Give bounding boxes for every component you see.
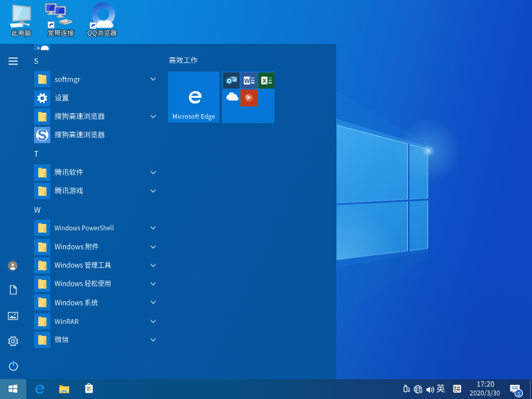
svg-text:1: 1: [517, 390, 520, 396]
svg-text:W: W: [244, 77, 250, 84]
svg-text:P: P: [247, 95, 251, 101]
svg-text:X: X: [262, 77, 266, 84]
